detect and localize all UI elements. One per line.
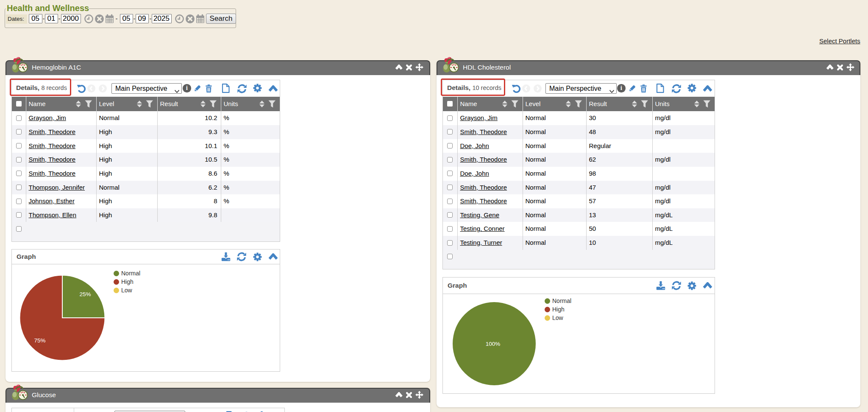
svg-text:25%: 25% bbox=[79, 291, 91, 297]
svg-text:75%: 75% bbox=[34, 337, 45, 344]
svg-text:100%: 100% bbox=[485, 341, 500, 347]
